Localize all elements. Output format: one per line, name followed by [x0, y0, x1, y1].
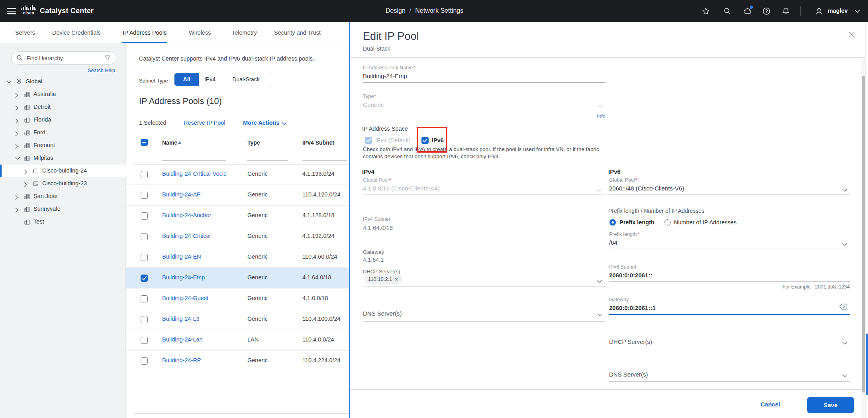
number-of-ip-radio[interactable]	[664, 219, 671, 226]
type-filter-field[interactable]	[247, 160, 288, 161]
pool-name-link[interactable]: Building-24-Lan	[162, 336, 203, 343]
close-icon[interactable]	[848, 31, 856, 39]
ipv6-global-pool-select[interactable]: 2060::/48 (Cisco-Clients-V6)	[609, 185, 684, 192]
chevron-right-icon[interactable]	[15, 117, 21, 123]
sidebar-item-australia[interactable]: Australia	[0, 88, 126, 101]
search-icon[interactable]	[723, 6, 732, 16]
help-icon[interactable]	[762, 6, 771, 16]
sort-ascending-icon[interactable]	[178, 141, 182, 144]
user-menu-chevron-icon[interactable]	[852, 6, 862, 16]
chevron-right-icon[interactable]	[15, 130, 21, 135]
window-scrollbar[interactable]	[865, 22, 868, 418]
sidebar-item-test[interactable]: Test	[0, 216, 126, 228]
cloud-status-icon[interactable]	[743, 6, 752, 16]
sidebar-item-global[interactable]: Global	[0, 75, 126, 88]
sidebar-item-sunnyvale[interactable]: Sunnyvale	[0, 203, 126, 216]
more-actions-button[interactable]: More Actions	[243, 120, 287, 126]
chevron-right-icon[interactable]	[24, 168, 29, 174]
prefix-length-radio-label[interactable]: Prefix length	[619, 219, 654, 226]
chevron-down-icon[interactable]	[597, 311, 602, 318]
chevron-right-icon[interactable]	[15, 194, 21, 199]
sidebar-item-fremont[interactable]: Fremont	[0, 139, 126, 152]
row-checkbox[interactable]	[141, 357, 148, 365]
pool-name-link[interactable]: Building-24-Critical	[162, 233, 211, 239]
dhcp-server-chip[interactable]: 110.10.2.1✕	[364, 275, 402, 284]
chevron-down-icon[interactable]	[842, 186, 847, 193]
ipv6-gateway-input[interactable]: 2060:0:0:2061::1	[609, 304, 656, 311]
tab-telemetry[interactable]: Telemetry	[232, 22, 257, 43]
ipv6-dhcp-field[interactable]: DHCP Server(s)	[609, 338, 652, 345]
chevron-right-icon[interactable]	[15, 143, 21, 148]
row-checkbox[interactable]	[141, 275, 148, 282]
ipv4-dns-field[interactable]: DNS Server(s)	[363, 310, 402, 317]
clear-input-icon[interactable]	[839, 304, 847, 311]
pool-name-link[interactable]: Building-24-RP	[162, 357, 201, 363]
pool-name-link[interactable]: Building-24-Anchor	[162, 212, 211, 218]
ipv6-checkbox[interactable]	[421, 137, 429, 144]
user-name[interactable]: maglev	[828, 8, 848, 14]
number-of-ip-radio-label[interactable]: Number of IP Addresses	[674, 219, 737, 226]
row-checkbox[interactable]	[141, 212, 148, 220]
chevron-down-icon[interactable]	[6, 79, 12, 84]
subnet-type-option-dual-stack[interactable]: Dual-Stack	[221, 73, 271, 86]
breadcrumb-section[interactable]: Design	[386, 7, 406, 14]
user-avatar-icon[interactable]	[814, 6, 824, 16]
type-select[interactable]: Generic	[363, 101, 384, 108]
pool-name-link[interactable]: Building-24-AP	[162, 191, 201, 198]
chip-remove-icon[interactable]: ✕	[394, 277, 398, 282]
tab-wireless[interactable]: Wireless	[189, 22, 211, 43]
prefix-length-radio[interactable]	[609, 219, 616, 226]
name-filter-field[interactable]	[162, 160, 226, 161]
chevron-right-icon[interactable]	[15, 104, 21, 110]
chevron-right-icon[interactable]	[15, 206, 21, 212]
row-checkbox[interactable]	[141, 192, 148, 199]
pool-name-link[interactable]: Building-24-Emp	[162, 274, 205, 281]
hamburger-menu-icon[interactable]	[7, 8, 16, 14]
window-scrollbar-thumb[interactable]	[866, 334, 868, 395]
find-hierarchy-search[interactable]: Find Hierarchy	[11, 51, 116, 65]
pool-name-link[interactable]: Building-24-EN	[162, 253, 201, 260]
subnet-type-option-all[interactable]: All	[174, 73, 199, 86]
chevron-right-icon[interactable]	[15, 92, 21, 97]
pool-name-input[interactable]: Building-24-Emp	[363, 73, 407, 79]
info-link[interactable]: Info	[566, 113, 605, 119]
pool-name-link[interactable]: Building-24-Guest	[162, 295, 208, 301]
chevron-down-icon[interactable]	[842, 240, 847, 247]
row-checkbox[interactable]	[141, 316, 148, 323]
search-help-link[interactable]: Search Help	[88, 68, 115, 73]
subnet-filter-field[interactable]	[302, 160, 347, 161]
column-header-name[interactable]: Name	[162, 139, 177, 146]
sidebar-item-cisco-buidling-24[interactable]: Cisco-buidling-24	[0, 165, 126, 177]
row-checkbox[interactable]	[141, 295, 148, 302]
select-all-checkbox[interactable]	[141, 139, 148, 146]
chevron-down-icon[interactable]	[842, 372, 847, 379]
row-checkbox[interactable]	[141, 254, 148, 261]
chevron-right-icon[interactable]	[24, 181, 29, 186]
sidebar-item-cisco-building-23[interactable]: Cisco-building-23	[0, 177, 126, 190]
favorites-star-icon[interactable]	[701, 6, 711, 16]
sidebar-item-detroit[interactable]: Detroit	[0, 101, 126, 114]
sidebar-item-florida[interactable]: Florida	[0, 114, 126, 126]
cancel-button[interactable]: Cancel	[760, 401, 780, 408]
notifications-bell-icon[interactable]	[781, 6, 791, 16]
prefix-length-select[interactable]: /64	[609, 239, 617, 246]
reserve-ip-pool-button[interactable]: Reserve IP Pool	[184, 120, 225, 126]
save-button[interactable]: Save	[807, 397, 854, 413]
column-header-type[interactable]: Type	[247, 139, 260, 146]
tab-servers[interactable]: Servers	[15, 22, 35, 43]
column-header-subnet[interactable]: IPv4 Subnet	[302, 139, 334, 146]
pool-name-link[interactable]: Buidling-24-Critical-Vocie	[162, 171, 227, 177]
ipv6-dns-field[interactable]: DNS Server(s)	[609, 371, 648, 378]
subnet-type-option-ipv4[interactable]: IPv4	[199, 73, 221, 86]
sidebar-item-san-jose[interactable]: San Jose	[0, 190, 126, 203]
ipv6-checkbox-label[interactable]: IPv6	[432, 137, 444, 143]
row-checkbox[interactable]	[141, 171, 148, 178]
tab-security-and-trust[interactable]: Security and Trust	[274, 22, 321, 43]
filter-funnel-icon[interactable]	[104, 55, 111, 63]
chevron-down-icon[interactable]	[15, 155, 21, 161]
row-checkbox[interactable]	[141, 233, 148, 240]
row-checkbox[interactable]	[141, 337, 148, 344]
chevron-down-icon[interactable]	[842, 339, 847, 346]
sidebar-item-ford[interactable]: Ford	[0, 126, 126, 139]
sidebar-item-milpitas[interactable]: Milpitas	[0, 152, 126, 165]
